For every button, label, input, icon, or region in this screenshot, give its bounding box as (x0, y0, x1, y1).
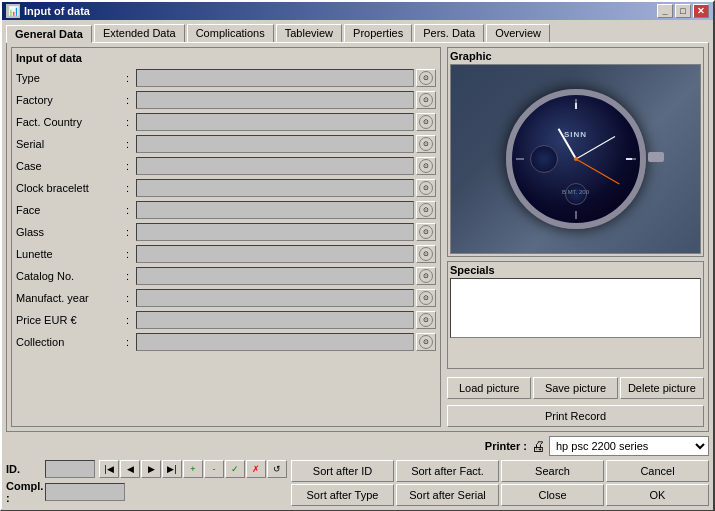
field-input-lunette[interactable] (136, 245, 414, 263)
field-input-type[interactable] (136, 69, 414, 87)
tab-extended-data[interactable]: Extended Data (94, 24, 185, 42)
second-hand (575, 159, 619, 185)
field-input-serial[interactable] (136, 135, 414, 153)
field-row-catalog-no: Catalog No. : ⊙ (16, 266, 436, 286)
field-btn-serial[interactable]: ⊙ (416, 135, 436, 153)
specials-box: Specials (447, 261, 704, 369)
compl-input[interactable] (45, 483, 125, 501)
clock-icon-manufact-year: ⊙ (419, 291, 433, 305)
field-btn-case[interactable]: ⊙ (416, 157, 436, 175)
nav-refresh-button[interactable]: ↺ (267, 460, 287, 478)
tab-complications[interactable]: Complications (187, 24, 274, 42)
field-btn-collection[interactable]: ⊙ (416, 333, 436, 351)
field-label-fact-country: Fact. Country (16, 116, 126, 128)
field-btn-catalog-no[interactable]: ⊙ (416, 267, 436, 285)
field-label-face: Face (16, 204, 126, 216)
field-input-collection[interactable] (136, 333, 414, 351)
watch-face: SINN B.MT. 200 (506, 89, 646, 229)
print-record-button[interactable]: Print Record (447, 405, 704, 427)
field-input-price[interactable] (136, 311, 414, 329)
field-label-collection: Collection (16, 336, 126, 348)
field-btn-clock-bracelett[interactable]: ⊙ (416, 179, 436, 197)
field-row-price: Price EUR € : ⊙ (16, 310, 436, 330)
nav-next-button[interactable]: ▶ (141, 460, 161, 478)
field-label-clock-bracelett: Clock bracelett (16, 182, 126, 194)
specials-title: Specials (450, 264, 701, 276)
nav-prev-button[interactable]: ◀ (120, 460, 140, 478)
bottom-bar: Printer : 🖨 hp psc 2200 series ID. |◀ ◀ … (2, 432, 713, 510)
graphic-box: Graphic (447, 47, 704, 257)
field-btn-price[interactable]: ⊙ (416, 311, 436, 329)
load-picture-button[interactable]: Load picture (447, 377, 531, 399)
clock-icon-case: ⊙ (419, 159, 433, 173)
field-row-manufact-year: Manufact. year : ⊙ (16, 288, 436, 308)
clock-icon-clock-bracelett: ⊙ (419, 181, 433, 195)
field-row-clock-bracelett: Clock bracelett : ⊙ (16, 178, 436, 198)
nav-first-button[interactable]: |◀ (99, 460, 119, 478)
search-button[interactable]: Search (501, 460, 604, 482)
ok-button[interactable]: OK (606, 484, 709, 506)
tab-pers-data[interactable]: Pers. Data (414, 24, 484, 42)
field-label-type: Type (16, 72, 126, 84)
clock-icon-catalog-no: ⊙ (419, 269, 433, 283)
left-panel-title: Input of data (16, 52, 436, 64)
delete-picture-button[interactable]: Delete picture (620, 377, 704, 399)
field-input-glass[interactable] (136, 223, 414, 241)
field-input-factory[interactable] (136, 91, 414, 109)
picture-buttons: Load picture Save picture Delete picture (447, 377, 704, 399)
printer-select[interactable]: hp psc 2200 series (549, 436, 709, 456)
title-bar: 📊 Input of data _ □ ✕ (2, 2, 713, 20)
clock-icon-face: ⊙ (419, 203, 433, 217)
nav-cancel-button[interactable]: ✗ (246, 460, 266, 478)
printer-icon: 🖨 (531, 438, 545, 454)
field-btn-factory[interactable]: ⊙ (416, 91, 436, 109)
field-input-case[interactable] (136, 157, 414, 175)
field-btn-manufact-year[interactable]: ⊙ (416, 289, 436, 307)
nav-confirm-button[interactable]: ✓ (225, 460, 245, 478)
field-btn-lunette[interactable]: ⊙ (416, 245, 436, 263)
cancel-button[interactable]: Cancel (606, 460, 709, 482)
field-btn-glass[interactable]: ⊙ (416, 223, 436, 241)
sort-after-id-button[interactable]: Sort after ID (291, 460, 394, 482)
specials-textarea[interactable] (450, 278, 701, 338)
maximize-button[interactable]: □ (675, 4, 691, 18)
field-label-manufact-year: Manufact. year (16, 292, 126, 304)
field-input-face[interactable] (136, 201, 414, 219)
field-label-price: Price EUR € (16, 314, 126, 326)
bottom-left-section: ID. |◀ ◀ ▶ ▶| + - ✓ ✗ ↺ Compl. (6, 460, 287, 506)
field-input-clock-bracelett[interactable] (136, 179, 414, 197)
field-btn-face[interactable]: ⊙ (416, 201, 436, 219)
save-picture-button[interactable]: Save picture (533, 377, 617, 399)
close-button[interactable]: Close (501, 484, 604, 506)
printer-row: Printer : 🖨 hp psc 2200 series (6, 436, 709, 456)
field-row-fact-country: Fact. Country : ⊙ (16, 112, 436, 132)
tab-general-data[interactable]: General Data (6, 25, 92, 43)
nav-delete-button[interactable]: - (204, 460, 224, 478)
field-row-type: Type : ⊙ (16, 68, 436, 88)
sort-after-type-button[interactable]: Sort after Type (291, 484, 394, 506)
bottom-buttons-row: ID. |◀ ◀ ▶ ▶| + - ✓ ✗ ↺ Compl. (6, 460, 709, 506)
field-label-glass: Glass (16, 226, 126, 238)
tab-tableview[interactable]: Tableview (276, 24, 342, 42)
compl-row: Compl. : (6, 480, 287, 504)
id-label: ID. (6, 463, 41, 475)
field-btn-type[interactable]: ⊙ (416, 69, 436, 87)
id-input[interactable] (45, 460, 95, 478)
minimize-button[interactable]: _ (657, 4, 673, 18)
left-panel: Input of data Type : ⊙ Factory : ⊙ Fact.… (11, 47, 441, 427)
clock-icon-lunette: ⊙ (419, 247, 433, 261)
minute-hand (575, 136, 614, 159)
nav-add-button[interactable]: + (183, 460, 203, 478)
main-content: Input of data Type : ⊙ Factory : ⊙ Fact.… (6, 42, 709, 432)
sort-after-serial-button[interactable]: Sort after Serial (396, 484, 499, 506)
field-btn-fact-country[interactable]: ⊙ (416, 113, 436, 131)
sort-after-fact-button[interactable]: Sort after Fact. (396, 460, 499, 482)
tab-overview[interactable]: Overview (486, 24, 550, 42)
field-input-manufact-year[interactable] (136, 289, 414, 307)
close-button[interactable]: ✕ (693, 4, 709, 18)
field-input-catalog-no[interactable] (136, 267, 414, 285)
tab-properties[interactable]: Properties (344, 24, 412, 42)
nav-last-button[interactable]: ▶| (162, 460, 182, 478)
field-input-fact-country[interactable] (136, 113, 414, 131)
right-panel: Graphic (447, 47, 704, 427)
